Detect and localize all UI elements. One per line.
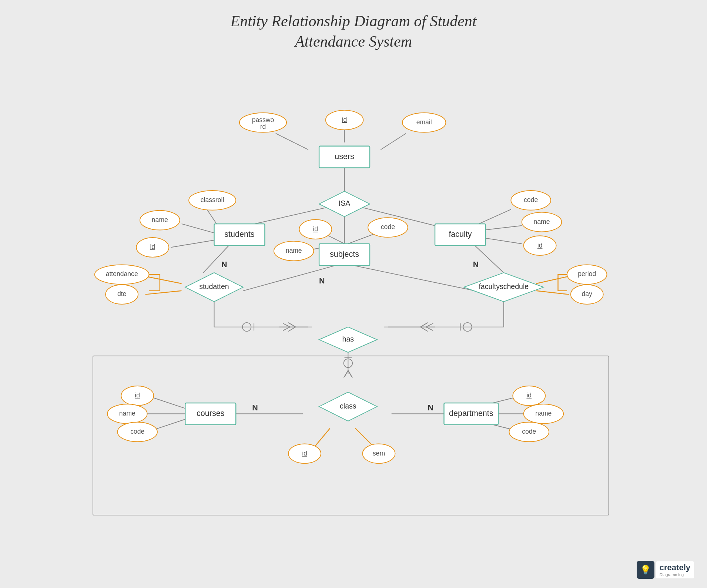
svg-line-22 [354, 265, 475, 290]
attr-departments-id: id [526, 392, 532, 399]
svg-line-7 [182, 224, 214, 233]
attr-facultyschedule-day: day [582, 290, 593, 298]
watermark: 💡 creately Diagramming [637, 561, 694, 579]
svg-line-50 [344, 370, 348, 378]
attr-studatten-dte: dte [117, 290, 126, 298]
title-area: Entity Relationship Diagram of Student A… [224, 11, 483, 51]
svg-line-36 [283, 327, 290, 331]
attr-subjects-id: id [313, 225, 318, 232]
svg-line-26 [536, 291, 569, 295]
svg-line-23 [145, 276, 182, 284]
entity-users: users [335, 152, 354, 161]
svg-line-2 [381, 133, 406, 149]
svg-text:N: N [221, 260, 227, 269]
svg-text:N: N [473, 260, 479, 269]
attr-students-classroll: classroll [201, 196, 224, 204]
attr-subjects-code: code [381, 223, 395, 231]
attr-courses-code: code [130, 428, 144, 435]
brand-name: creately [660, 563, 690, 572]
entity-students: students [224, 230, 254, 239]
svg-line-9 [207, 209, 218, 226]
class-label: class [340, 402, 356, 410]
bulb-icon: 💡 [640, 565, 651, 575]
attr-subjects-name: name [286, 247, 302, 254]
svg-line-51 [348, 370, 352, 378]
svg-line-43 [426, 327, 433, 331]
diagram-title: Entity Relationship Diagram of Student A… [224, 11, 483, 51]
svg-line-10 [475, 209, 511, 226]
attr-users-password: passwo [252, 116, 274, 124]
entity-subjects: subjects [330, 250, 359, 259]
attr-faculty-id: id [537, 241, 543, 249]
attr-courses-name: name [119, 410, 135, 417]
attr-class-id: id [302, 450, 307, 457]
attr-users-password2: rd [260, 123, 266, 130]
attr-faculty-name: name [533, 218, 550, 225]
svg-line-25 [536, 276, 569, 284]
attr-studatten-attendance: attendance [106, 270, 138, 278]
attr-departments-name: name [535, 410, 552, 417]
main-container: Entity Relationship Diagram of Student A… [0, 0, 707, 588]
watermark-logo: 💡 [637, 561, 654, 579]
brand-subtitle: Diagramming [660, 572, 690, 577]
svg-text:N: N [319, 276, 325, 285]
attr-students-name: name [152, 216, 168, 224]
svg-line-35 [283, 323, 290, 327]
attr-users-id: id [342, 116, 347, 123]
attr-facultyschedule-period: period [578, 270, 596, 278]
has-label: has [342, 335, 354, 343]
svg-text:N: N [252, 403, 258, 412]
studatten-label: studatten [199, 282, 229, 290]
entity-faculty: faculty [449, 230, 472, 239]
svg-text:N: N [428, 403, 433, 412]
watermark-text: creately Diagramming [656, 561, 694, 578]
facultyschedule-label: facultyschedule [479, 282, 529, 290]
attr-students-id: id [150, 243, 155, 251]
diagram-area: N N N [22, 59, 685, 566]
svg-line-24 [145, 291, 182, 295]
svg-line-59 [153, 397, 185, 408]
svg-line-8 [171, 240, 214, 248]
attr-departments-code: code [522, 428, 536, 435]
svg-line-1 [276, 133, 308, 149]
svg-line-15 [348, 233, 377, 243]
attr-faculty-code: code [524, 196, 538, 204]
entity-departments: departments [449, 409, 493, 418]
svg-line-42 [426, 323, 433, 327]
attr-class-sem: sem [373, 450, 385, 457]
attr-users-email: email [416, 118, 432, 126]
isa-label: ISA [339, 199, 351, 207]
attr-courses-id: id [135, 392, 140, 399]
svg-line-61 [153, 419, 185, 430]
entity-courses: courses [197, 409, 224, 418]
